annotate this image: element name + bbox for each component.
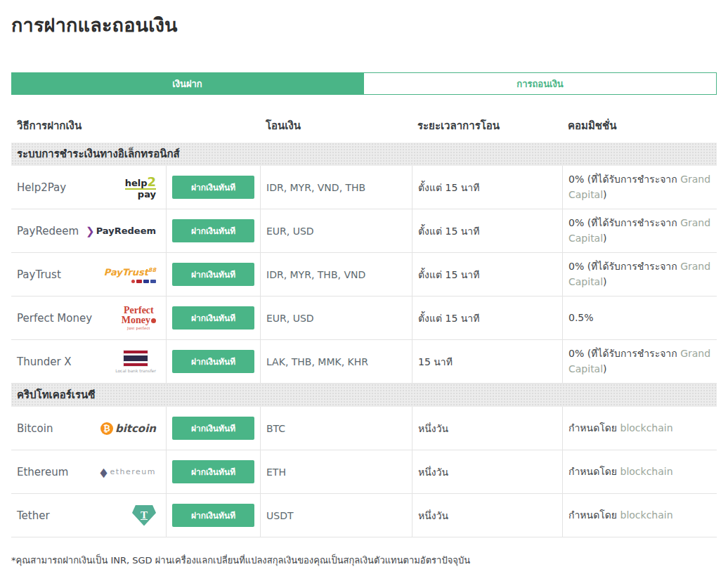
ethereum-logo-icon: ◆ ethereum	[100, 467, 156, 477]
button-cell: ฝากเงินทันที	[166, 296, 260, 339]
deposit-now-button[interactable]: ฝากเงินทันที	[172, 460, 254, 483]
table-row: Thunder X Local bank transfer ฝากเงินทัน…	[11, 340, 717, 384]
tether-logo-icon: T	[132, 505, 156, 526]
button-cell: ฝากเงินทันที	[166, 253, 260, 296]
tab-deposit[interactable]: เงินฝาก	[11, 72, 363, 95]
commission-cell: 0% (ที่ได้รับการชำระจาก Grand Capital)	[562, 340, 717, 383]
table-header-row: วิธีการฝากเงิน โอนเงิน ระยะเวลาการโอน คอ…	[11, 112, 717, 143]
commission-cell: 0% (ที่ได้รับการชำระจาก Grand Capital)	[562, 253, 717, 296]
thunderx-thai-flag-icon: Local bank transfer	[115, 351, 156, 373]
table-row: Ethereum ◆ ethereum ฝากเงินทันที ETH หนึ…	[11, 450, 717, 494]
button-cell: ฝากเงินทันที	[166, 340, 260, 383]
commission-cell: กำหนดโดย blockchain	[562, 494, 717, 537]
table-row: Bitcoin ₿ bitcoin ฝากเงินทันที BTC หนึ่ง…	[11, 407, 717, 450]
blockchain-link[interactable]: blockchain	[620, 422, 673, 433]
method-name: PayTrust	[17, 268, 61, 281]
deposit-now-button[interactable]: ฝากเงินทันที	[172, 350, 254, 373]
currencies-cell: EUR, USD	[260, 296, 412, 339]
commission-cell: 0% (ที่ได้รับการชำระจาก Grand Capital)	[562, 209, 717, 252]
method-cell: Tether T	[11, 494, 166, 537]
help2pay-logo-icon: help2 pay	[125, 176, 156, 197]
deposit-now-button[interactable]: ฝากเงินทันที	[172, 176, 254, 199]
method-cell: Perfect Money Perfect Money just perfect	[11, 296, 166, 339]
currencies-cell: IDR, MYR, THB, VND	[260, 253, 412, 296]
header-commission: คอมมิชชั่น	[562, 112, 717, 140]
deposit-now-button[interactable]: ฝากเงินทันที	[172, 306, 254, 330]
duration-cell: หนึ่งวัน	[412, 407, 562, 450]
deposit-now-button[interactable]: ฝากเงินทันที	[172, 504, 254, 527]
commission-cell: กำหนดโดย blockchain	[562, 450, 717, 493]
paytrust-logo-icon: PayTrust88	[104, 266, 156, 283]
method-name: Thunder X	[17, 356, 72, 368]
duration-cell: ตั้งแต่ 15 นาที	[412, 253, 562, 296]
header-duration: ระยะเวลาการโอน	[412, 112, 562, 140]
method-name: Tether	[17, 509, 50, 522]
paytrust-flags-icon	[104, 280, 156, 283]
method-cell: Help2Pay help2 pay	[11, 166, 166, 209]
commission-cell: 0% (ที่ได้รับการชำระจาก Grand Capital)	[562, 166, 717, 209]
method-name: Ethereum	[17, 466, 68, 478]
section-electronic-payments: ระบบการชำระเงินทางอิเล็กทรอนิกส์	[11, 143, 717, 166]
duration-cell: ตั้งแต่ 15 นาที	[412, 296, 562, 339]
button-cell: ฝากเงินทันที	[166, 166, 260, 209]
method-name: Help2Pay	[17, 181, 66, 194]
button-cell: ฝากเงินทันที	[166, 494, 260, 537]
button-cell: ฝากเงินทันที	[166, 450, 260, 493]
commission-cell: 0.5%	[562, 296, 717, 339]
perfect-money-logo-icon: Perfect Money just perfect	[122, 306, 156, 330]
method-cell: Bitcoin ₿ bitcoin	[11, 407, 166, 450]
currencies-cell: USDT	[260, 494, 412, 537]
blockchain-link[interactable]: blockchain	[620, 466, 673, 477]
method-cell: Ethereum ◆ ethereum	[11, 450, 166, 493]
deposit-withdrawal-page: การฝากและถอนเงิน เงินฝาก การถอนเงิน วิธี…	[0, 0, 728, 574]
currencies-cell: LAK, THB, MMK, KHR	[260, 340, 412, 383]
blockchain-link[interactable]: blockchain	[620, 509, 673, 521]
method-name: PayRedeem	[17, 225, 79, 237]
method-cell: PayTrust PayTrust88	[11, 253, 166, 296]
tab-withdrawal[interactable]: การถอนเงิน	[363, 72, 717, 95]
method-cell: Thunder X Local bank transfer	[11, 340, 166, 383]
tab-bar: เงินฝาก การถอนเงิน	[11, 72, 717, 95]
duration-cell: 15 นาที	[412, 340, 562, 383]
deposit-now-button[interactable]: ฝากเงินทันที	[172, 263, 254, 286]
table-row: Perfect Money Perfect Money just perfect…	[11, 296, 717, 340]
method-name: Perfect Money	[17, 312, 92, 325]
currencies-cell: EUR, USD	[260, 209, 412, 252]
duration-cell: ตั้งแต่ 15 นาที	[412, 166, 562, 209]
deposit-footnote: *คุณสามารถฝากเงินเป็น INR, SGD ผ่านเครื่…	[11, 553, 717, 568]
currencies-cell: IDR, MYR, VND, THB	[260, 166, 412, 209]
header-method: วิธีการฝากเงิน	[11, 112, 260, 140]
payredeem-logo-icon: ❯ PayRedeem	[86, 225, 156, 237]
method-cell: PayRedeem ❯ PayRedeem	[11, 209, 166, 252]
header-transfer: โอนเงิน	[260, 112, 412, 140]
commission-cell: กำหนดโดย blockchain	[562, 407, 717, 450]
table-row: Tether T ฝากเงินทันที USDT หนึ่งวัน กำหน…	[11, 494, 717, 537]
duration-cell: ตั้งแต่ 15 นาที	[412, 209, 562, 252]
deposit-now-button[interactable]: ฝากเงินทันที	[172, 219, 254, 242]
table-row: PayRedeem ❯ PayRedeem ฝากเงินทันที EUR, …	[11, 209, 717, 253]
deposit-now-button[interactable]: ฝากเงินทันที	[172, 417, 254, 440]
currencies-cell: ETH	[260, 450, 412, 493]
currencies-cell: BTC	[260, 407, 412, 450]
method-name: Bitcoin	[17, 422, 53, 435]
button-cell: ฝากเงินทันที	[166, 407, 260, 450]
table-row: PayTrust PayTrust88 ฝากเงินทันที IDR, MY…	[11, 253, 717, 296]
button-cell: ฝากเงินทันที	[166, 209, 260, 252]
table-row: Help2Pay help2 pay ฝากเงินทันที IDR, MYR…	[11, 166, 717, 209]
section-cryptocurrency: คริปโทเคอร์เรนซี	[11, 384, 717, 407]
duration-cell: หนึ่งวัน	[412, 494, 562, 537]
page-title: การฝากและถอนเงิน	[11, 10, 717, 40]
duration-cell: หนึ่งวัน	[412, 450, 562, 493]
bitcoin-logo-icon: ₿ bitcoin	[100, 422, 156, 435]
